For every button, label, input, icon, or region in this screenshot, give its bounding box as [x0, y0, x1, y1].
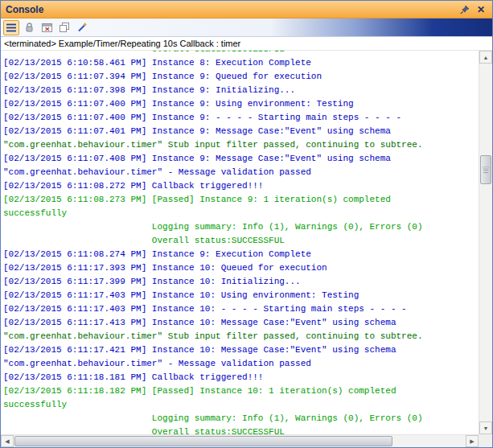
horizontal-scrollbar[interactable]: ◀ ▶: [1, 434, 479, 447]
console-line: "com.greenhat.behaviour.timer" Stub inpu…: [3, 330, 479, 343]
console-viewport[interactable]: Overall status:SUCCESSFUL[02/13/2015 6:1…: [1, 51, 479, 434]
console-line: Overall status:SUCCESSFUL: [3, 425, 479, 434]
console-line: successfully: [3, 207, 479, 220]
console-toolbar: [1, 18, 492, 37]
console-line: [02/13/2015 6:11:07.401 PM] Instance 9: …: [3, 125, 479, 138]
horizontal-scrollbar-thumb[interactable]: [14, 436, 392, 446]
console-line: "com.greenhat.behaviour.timer" - Message…: [3, 357, 479, 371]
console-line: [02/13/2015 6:11:07.408 PM] Instance 9: …: [3, 152, 479, 166]
console-line: [02/13/2015 6:11:08.272 PM] Callback tri…: [3, 179, 479, 193]
console-line: [02/13/2015 6:11:17.403 PM] Instance 10:…: [3, 302, 479, 316]
console-line: Logging summary: Info (1), Warnings (0),…: [3, 412, 479, 425]
copy-console-icon[interactable]: [56, 20, 72, 35]
console-titlebar[interactable]: Console ✕: [1, 1, 492, 18]
clear-console-icon[interactable]: [74, 20, 90, 35]
console-line: [02/13/2015 6:11:17.403 PM] Instance 10:…: [3, 289, 479, 302]
menu-icon[interactable]: [3, 20, 19, 35]
console-line: Logging summary: Info (1), Warnings (0),…: [3, 220, 479, 234]
console-line: [02/13/2015 6:11:18.182 PM] [Passed] Ins…: [3, 384, 479, 398]
vertical-scrollbar-thumb[interactable]: [480, 155, 491, 184]
vertical-scrollbar[interactable]: ▲ ▼: [479, 51, 492, 434]
console-line: [02/13/2015 6:11:17.399 PM] Instance 10:…: [3, 275, 479, 289]
scroll-left-icon[interactable]: ◀: [1, 435, 14, 447]
console-line: [02/13/2015 6:10:58.461 PM] Instance 8: …: [3, 56, 479, 70]
console-line: [02/13/2015 6:11:08.273 PM] [Passed] Ins…: [3, 193, 479, 207]
pin-icon[interactable]: [458, 3, 471, 16]
console-line: [02/13/2015 6:11:17.393 PM] Instance 10:…: [3, 261, 479, 275]
console-status-line: <terminated> Example/Timer/Repeating 10s…: [1, 37, 492, 51]
console-line: [02/13/2015 6:11:17.421 PM] Instance 10:…: [3, 343, 479, 357]
panel-title: Console: [6, 4, 43, 15]
console-line: Overall status:SUCCESSFUL: [3, 51, 479, 56]
console-output: Overall status:SUCCESSFUL[02/13/2015 6:1…: [1, 51, 479, 434]
console-line: [02/13/2015 6:11:08.274 PM] Instance 9: …: [3, 248, 479, 261]
console-line: "com.greenhat.behaviour.timer" - Message…: [3, 166, 479, 179]
console-line: Overall status:SUCCESSFUL: [3, 234, 479, 248]
console-panel: Console ✕: [0, 0, 493, 448]
console-line: [02/13/2015 6:11:07.400 PM] Instance 9: …: [3, 111, 479, 125]
close-icon[interactable]: ✕: [475, 3, 487, 16]
console-line: "com.greenhat.behaviour.timer" Stub inpu…: [3, 138, 479, 152]
console-line: [02/13/2015 6:11:18.181 PM] Callback tri…: [3, 371, 479, 384]
scrollbar-corner: [479, 434, 492, 447]
console-line: successfully: [3, 398, 479, 412]
scroll-right-icon[interactable]: ▶: [466, 435, 479, 447]
console-line: [02/13/2015 6:11:17.413 PM] Instance 10:…: [3, 316, 479, 330]
scroll-up-icon[interactable]: ▲: [479, 51, 492, 64]
lock-icon[interactable]: [21, 20, 37, 35]
scroll-down-icon[interactable]: ▼: [479, 421, 492, 434]
console-line: [02/13/2015 6:11:07.398 PM] Instance 9: …: [3, 84, 479, 97]
console-line: [02/13/2015 6:11:07.394 PM] Instance 9: …: [3, 70, 479, 84]
console-window-icon[interactable]: [39, 20, 55, 35]
console-line: [02/13/2015 6:11:07.400 PM] Instance 9: …: [3, 97, 479, 111]
